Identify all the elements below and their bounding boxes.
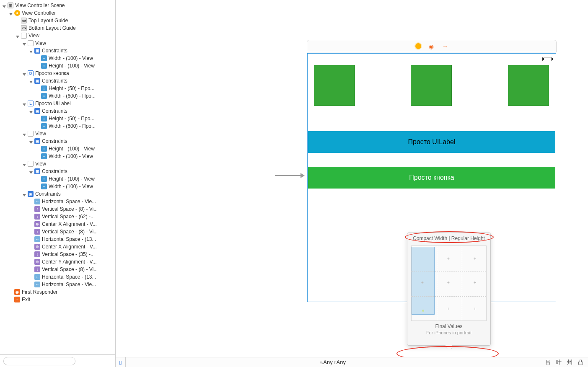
size-class-popover[interactable]: Compact Width | Regular Height + + + + +…	[407, 233, 491, 346]
disclosure-icon[interactable]	[23, 192, 27, 196]
viewcontroller-icon: ●	[14, 10, 20, 16]
tree-item-scene[interactable]: ▣View Controller Scene	[0, 2, 115, 9]
tree-item-constraint[interactable]: ↕Vertical Space - (8) - Vi...	[0, 266, 115, 273]
tree-label: Просто UILabel	[35, 101, 71, 106]
tree-label: First Responder	[22, 289, 57, 295]
toggle-outline-button[interactable]: ▯	[116, 357, 126, 367]
scene-dock[interactable]: ◉ →	[307, 40, 557, 52]
tree-item-subview[interactable]: View	[0, 39, 115, 47]
tree-label: Vertical Space - (8) - Vi...	[42, 206, 98, 212]
size-class-grid[interactable]: + + + + + + +	[411, 246, 487, 321]
tree-label: Width - (600) - Про...	[49, 93, 96, 99]
vspace-constraint-icon: ↕	[34, 206, 40, 212]
green-square-view[interactable]	[508, 65, 549, 106]
tree-item-constraints[interactable]: ▣Constraints	[0, 107, 115, 115]
disclosure-icon[interactable]	[29, 49, 34, 53]
tree-item-constraints[interactable]: ▣Constraints	[0, 137, 115, 145]
tree-item-constraint[interactable]: ⊕Center X Alignment - V...	[0, 220, 115, 228]
tree-item-constraints[interactable]: ▣Constraints	[0, 190, 115, 198]
align-tool-button[interactable]: 吕	[544, 359, 551, 366]
tree-item-first-responder[interactable]: ◉First Responder	[0, 288, 115, 296]
tree-item-constraint[interactable]: ↕Height - (50) - Про...	[0, 85, 115, 92]
tree-item-top-layout[interactable]: ▭Top Layout Guide	[0, 17, 115, 24]
tree-label: Height - (50) - Про...	[49, 116, 94, 121]
tree-item-constraint[interactable]: ↕Vertical Space - (35) -...	[0, 251, 115, 258]
tree-item-constraint[interactable]: ⊕Center Y Alignment - V...	[0, 258, 115, 266]
tree-item-constraint[interactable]: ↕Vertical Space - (8) - Vi...	[0, 205, 115, 213]
disclosure-icon[interactable]	[29, 139, 34, 143]
tree-item-constraint[interactable]: ↔Width - (100) - View	[0, 152, 115, 160]
tree-item-constraint[interactable]: ↔Horizontal Space - (13...	[0, 273, 115, 281]
tree-item-exit[interactable]: →Exit	[0, 296, 115, 303]
tree-item-constraint[interactable]: ↕Vertical Space - (8) - Vi...	[0, 228, 115, 235]
uilabel-element[interactable]: Просто UILabel	[308, 131, 555, 153]
tree-item-subview[interactable]: View	[0, 130, 115, 137]
scene-dock-vc-icon[interactable]	[415, 43, 421, 49]
size-class-plus-icon: +	[474, 256, 476, 261]
tree-item-constraint[interactable]: ↕Height - (100) - View	[0, 175, 115, 183]
tree-label: View	[35, 161, 46, 167]
disclosure-icon[interactable]	[29, 79, 34, 83]
tree-item-constraint[interactable]: ↔Horizontal Space - Vie...	[0, 281, 115, 288]
disclosure-icon[interactable]	[3, 3, 7, 8]
tree-item-constraint[interactable]: ⊕Center X Alignment - V...	[0, 243, 115, 251]
constraints-icon: ▣	[34, 108, 40, 114]
size-class-selector-button[interactable]: wAny hAny	[126, 359, 540, 365]
resolve-issues-button[interactable]: 州	[566, 359, 573, 366]
tree-item-constraint[interactable]: ↔Width - (100) - View	[0, 54, 115, 62]
tree-label: Center X Alignment - V...	[42, 244, 97, 250]
tree-label: Width - (100) - View	[49, 55, 93, 61]
tree-item-constraint[interactable]: ↔Width - (600) - Про...	[0, 92, 115, 100]
tree-label: Vertical Space - (8) - Vi...	[42, 266, 98, 272]
disclosure-icon[interactable]	[23, 41, 27, 45]
tree-label: Horizontal Space - Vie...	[42, 199, 96, 204]
popover-description: For iPhones in portrait	[407, 330, 490, 335]
tree-label: Vertical Space - (8) - Vi...	[42, 229, 98, 235]
tree-label: View Controller Scene	[15, 3, 65, 8]
size-class-plus-icon: +	[474, 280, 476, 285]
disclosure-icon[interactable]	[23, 132, 27, 136]
filter-input[interactable]	[3, 357, 75, 365]
tree-item-constraint[interactable]: ↕Height - (100) - View	[0, 145, 115, 152]
disclosure-icon[interactable]	[23, 71, 27, 75]
tree-label: View	[35, 131, 46, 137]
tree-item-constraint[interactable]: ↕Height - (50) - Про...	[0, 115, 115, 122]
tree-item-constraint[interactable]: ↔Width - (100) - View	[0, 183, 115, 190]
storyboard-canvas[interactable]: ◉ → Просто UILabel Просто кнопка Compact…	[116, 0, 588, 367]
height-constraint-icon: ↕	[41, 176, 47, 182]
view-icon	[28, 131, 34, 137]
initial-vc-arrow-icon[interactable]	[275, 175, 304, 176]
document-outline-tree[interactable]: ▣View Controller Scene ●View Controller …	[0, 0, 115, 354]
tree-item-view[interactable]: View	[0, 32, 115, 39]
disclosure-icon[interactable]	[29, 169, 34, 173]
disclosure-icon[interactable]	[23, 162, 27, 166]
tree-item-constraint[interactable]: ↔Horizontal Space - Vie...	[0, 198, 115, 205]
pin-tool-button[interactable]: 叶	[555, 359, 562, 366]
uibutton-element[interactable]: Просто кнопка	[308, 167, 555, 189]
tree-item-constraints[interactable]: ▣Constraints	[0, 47, 115, 54]
tree-item-constraint[interactable]: ↕Height - (100) - View	[0, 62, 115, 70]
green-square-view[interactable]	[411, 65, 452, 106]
tree-item-vc[interactable]: ●View Controller	[0, 9, 115, 17]
centerx-constraint-icon: ⊕	[34, 244, 40, 250]
tree-item-constraint[interactable]: ↔Horizontal Space - (13...	[0, 235, 115, 243]
tree-item-constraints[interactable]: ▣Constraints	[0, 77, 115, 85]
disclosure-icon[interactable]	[9, 11, 13, 15]
width-constraint-icon: ↔	[41, 93, 47, 99]
scene-dock-exit-icon[interactable]: →	[442, 43, 448, 49]
disclosure-icon[interactable]	[16, 34, 20, 38]
tree-label: Center X Alignment - V...	[42, 221, 97, 227]
tree-item-bottom-layout[interactable]: ▭Bottom Layout Guide	[0, 24, 115, 32]
grid-line	[462, 246, 462, 320]
disclosure-icon[interactable]	[23, 101, 27, 106]
resize-tool-button[interactable]: 凸	[577, 359, 584, 366]
tree-item-constraint[interactable]: ↔Width - (600) - Про...	[0, 122, 115, 130]
tree-item-label[interactable]: LПросто UILabel	[0, 100, 115, 107]
tree-item-constraints[interactable]: ▣Constraints	[0, 168, 115, 175]
disclosure-icon[interactable]	[29, 109, 34, 113]
scene-dock-first-responder-icon[interactable]: ◉	[429, 43, 435, 49]
green-square-view[interactable]	[314, 65, 355, 106]
tree-item-button[interactable]: BПросто кнопка	[0, 70, 115, 77]
tree-item-subview[interactable]: View	[0, 160, 115, 168]
tree-item-constraint[interactable]: ↕Vertical Space - (62) -...	[0, 213, 115, 220]
